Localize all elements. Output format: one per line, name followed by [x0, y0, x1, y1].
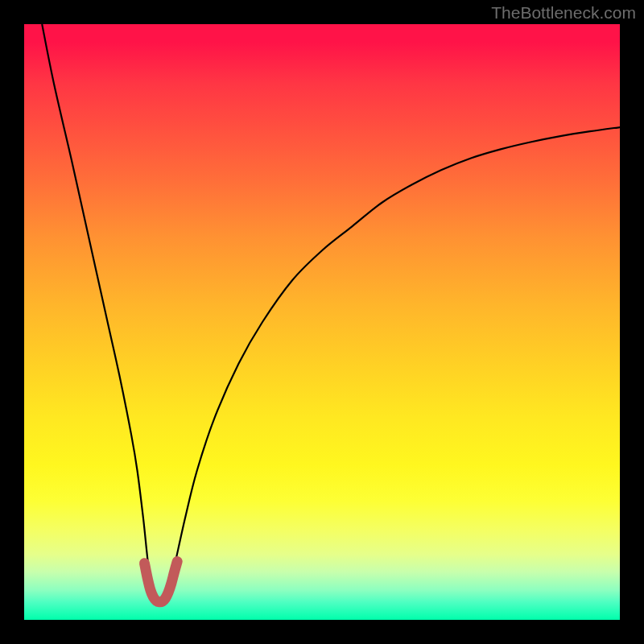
- watermark-text: TheBottleneck.com: [491, 3, 636, 23]
- chart-frame: TheBottleneck.com: [0, 0, 644, 644]
- tip-marker: [144, 561, 177, 601]
- plot-area: [24, 24, 620, 620]
- curve-layer: [24, 24, 620, 620]
- bottleneck-curve: [42, 24, 620, 602]
